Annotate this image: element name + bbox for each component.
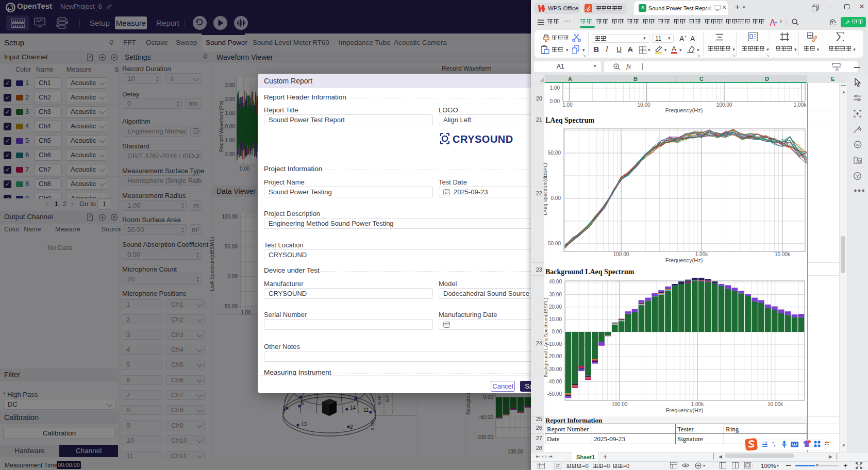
svg-text:1.00k: 1.00k [794, 102, 807, 108]
svg-text:100.00: 100.00 [613, 251, 629, 257]
svg-text:50.00: 50.00 [548, 150, 561, 156]
svg-text:LAeq Spectrum: LAeq Spectrum [545, 116, 595, 124]
svg-text:CRYSOUND: CRYSOUND [453, 133, 513, 145]
svg-text:0.00: 0.00 [550, 98, 560, 104]
svg-text:1.00: 1.00 [550, 85, 560, 91]
svg-text:30.00: 30.00 [549, 292, 562, 297]
svg-text:0.00: 0.00 [551, 195, 561, 201]
svg-text:Background LAeq Spectrum: Background LAeq Spectrum [545, 268, 635, 276]
svg-text:10.00k: 10.00k [767, 401, 783, 407]
svg-text:-40.00: -40.00 [547, 379, 562, 384]
svg-text:0.00: 0.00 [552, 329, 562, 334]
svg-text:1.00k: 1.00k [695, 251, 708, 257]
svg-text:20.00: 20.00 [549, 304, 562, 310]
svg-text:10.00: 10.00 [549, 316, 562, 322]
svg-text:-10.00: -10.00 [547, 341, 562, 347]
svg-text:40.00: 40.00 [549, 279, 562, 284]
svg-text:100.00: 100.00 [716, 102, 732, 108]
svg-text:-30.00: -30.00 [547, 366, 562, 372]
svg-text:fx: fx [836, 66, 839, 71]
svg-text:Frequency(Hz): Frequency(Hz) [665, 107, 703, 113]
svg-text:Background LAeq Spectrum(dBSPL: Background LAeq Spectrum(dBSPL) [543, 298, 548, 378]
svg-text:-50.00: -50.00 [546, 241, 561, 246]
svg-text:Frequency(Hz): Frequency(Hz) [665, 257, 703, 263]
svg-text:-20.00: -20.00 [547, 354, 562, 359]
svg-text:LAeq Spectrum(dBSPL): LAeq Spectrum(dBSPL) [542, 163, 548, 215]
svg-text:1.00k: 1.00k [691, 401, 704, 407]
svg-text:1.00: 1.00 [562, 102, 573, 108]
svg-text:-50.00: -50.00 [547, 391, 562, 397]
svg-text:10.00: 10.00 [637, 102, 650, 108]
svg-text:100.00: 100.00 [612, 401, 628, 407]
svg-text:Frequency(Hz): Frequency(Hz) [666, 407, 704, 413]
svg-text:10.00k: 10.00k [775, 251, 791, 257]
